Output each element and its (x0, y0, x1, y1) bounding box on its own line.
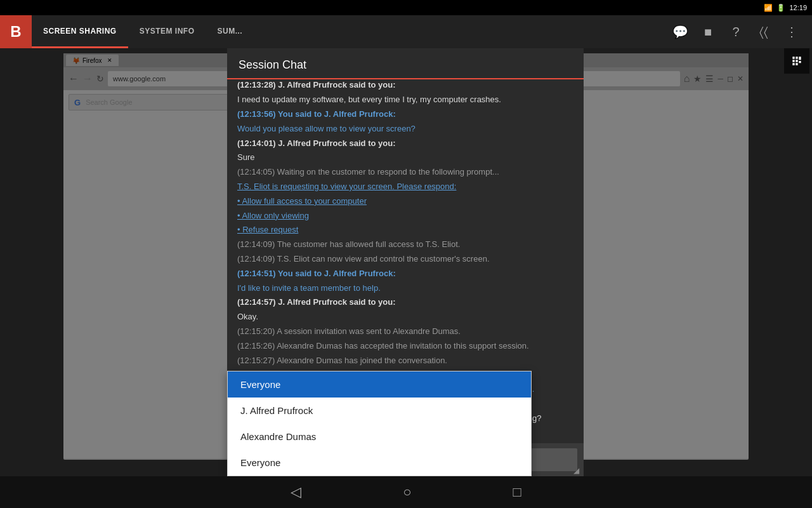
msg-label-17: (12:14:51) You said to J. Alfred Prufroc… (237, 269, 396, 278)
msg-23: (12:15:27) Alexandre Dumas has joined th… (237, 354, 573, 368)
msg-13[interactable]: • Allow only viewing (237, 210, 573, 223)
dropdown-option-alexandre[interactable]: Alexandre Dumas (228, 424, 531, 450)
back-nav-button[interactable]: ◁ (291, 484, 301, 500)
dropdown-list[interactable]: Everyone J. Alfred Prufrock Alexandre Du… (227, 371, 532, 476)
msg-label-4: (12:13:28) J. Alfred Prufrock said to yo… (237, 80, 395, 90)
tab-system-info[interactable]: SYSTEM INFO (128, 15, 206, 48)
msg-6: (12:13:56) You said to J. Alfred Prufroc… (237, 108, 573, 121)
msg-text-18: I'd like to invite a team member to help… (237, 283, 381, 293)
msg-text-22: (12:15:26) Alexandre Dumas has accepted … (237, 341, 529, 351)
msg-label-6: (12:13:56) You said to J. Alfred Prufroc… (237, 109, 396, 119)
msg-label-19: (12:14:57) J. Alfred Prufrock said to yo… (237, 297, 395, 307)
msg-7: Would you please allow me to view your s… (237, 123, 573, 136)
dropdown-option-everyone-2[interactable]: Everyone (228, 450, 531, 476)
expand-icon[interactable] (784, 48, 809, 74)
stop-icon[interactable]: ■ (698, 22, 718, 42)
status-bar: 📶 🔋 12:19 (0, 0, 812, 15)
msg-text-10: (12:14:05) Waiting on the customer to re… (237, 167, 499, 177)
msg-label-8: (12:14:01) J. Alfred Prufrock said to yo… (237, 138, 395, 148)
wifi-icon: 📶 (764, 4, 773, 12)
msg-4: (12:13:28) J. Alfred Prufrock said to yo… (237, 79, 573, 92)
allow-viewing-link[interactable]: • Allow only viewing (237, 211, 309, 220)
msg-text-21: (12:15:20) A session invitation was sent… (237, 326, 461, 336)
tab-summary[interactable]: SUM... (206, 15, 254, 48)
status-time: 12:19 (789, 4, 807, 11)
msg-17: (12:14:51) You said to J. Alfred Prufroc… (237, 267, 573, 281)
msg-21: (12:15:20) A session invitation was sent… (237, 325, 573, 338)
msg-19: (12:14:57) J. Alfred Prufrock said to yo… (237, 296, 573, 309)
msg-text-11: T.S. Eliot is requesting to view your sc… (237, 182, 456, 191)
msg-22: (12:15:26) Alexandre Dumas has accepted … (237, 340, 573, 353)
msg-5: I need to update my software, but every … (237, 93, 573, 107)
msg-8: (12:14:01) J. Alfred Prufrock said to yo… (237, 137, 573, 150)
msg-text-20: Okay. (237, 312, 258, 321)
msg-text-5: I need to update my software, but every … (237, 95, 501, 104)
msg-text-16: (12:14:09) T.S. Eliot can now view and c… (237, 254, 490, 264)
msg-9: Sure (237, 151, 573, 164)
msg-text-7: Would you please allow me to view your s… (237, 124, 416, 133)
chat-icon[interactable]: 💬 (670, 22, 690, 42)
msg-14[interactable]: • Refuse request (237, 224, 573, 237)
refuse-request-link[interactable]: • Refuse request (237, 225, 298, 234)
help-icon[interactable]: ? (726, 22, 746, 42)
app-logo: B (0, 15, 32, 48)
msg-11: T.S. Eliot is requesting to view your sc… (237, 180, 573, 194)
msg-18: I'd like to invite a team member to help… (237, 282, 573, 295)
dropdown-option-everyone-1[interactable]: Everyone (228, 371, 531, 398)
dropdown-option-j-alfred[interactable]: J. Alfred Prufrock (228, 398, 531, 424)
chat-header: Session Chat (227, 48, 584, 79)
battery-icon: 🔋 (776, 4, 785, 12)
home-nav-button[interactable]: ○ (403, 484, 411, 500)
msg-16: (12:14:09) T.S. Eliot can now view and c… (237, 253, 573, 266)
msg-15: (12:14:09) The customer has allowed full… (237, 238, 573, 251)
navigation-bar: ◁ ○ □ (0, 476, 812, 508)
msg-10: (12:14:05) Waiting on the customer to re… (237, 166, 573, 179)
scroll-indicator[interactable]: ◢ (573, 466, 582, 475)
app-bar-actions: 💬 ■ ? 〈〈 ⋮ (670, 22, 812, 42)
allow-full-access-link[interactable]: • Allow full access to your computer (237, 196, 367, 206)
msg-text-23: (12:15:27) Alexandre Dumas has joined th… (237, 356, 447, 365)
status-icons: 📶 🔋 12:19 (764, 4, 807, 12)
msg-12[interactable]: • Allow full access to your computer (237, 195, 573, 208)
chat-title: Session Chat (239, 58, 306, 71)
recents-nav-button[interactable]: □ (513, 484, 521, 500)
recipient-dropdown[interactable]: Everyone J. Alfred Prufrock Alexandre Du… (227, 371, 532, 476)
msg-20: Okay. (237, 311, 573, 324)
app-bar: B SCREEN SHARING SYSTEM INFO SUM... 💬 ■ … (0, 15, 812, 48)
msg-text-9: Sure (237, 152, 254, 162)
more-icon[interactable]: ⋮ (782, 22, 802, 42)
msg-text-15: (12:14:09) The customer has allowed full… (237, 239, 460, 249)
tab-screen-sharing[interactable]: SCREEN SHARING (32, 15, 128, 48)
keyboard-icon[interactable]: 〈〈 (754, 22, 774, 42)
